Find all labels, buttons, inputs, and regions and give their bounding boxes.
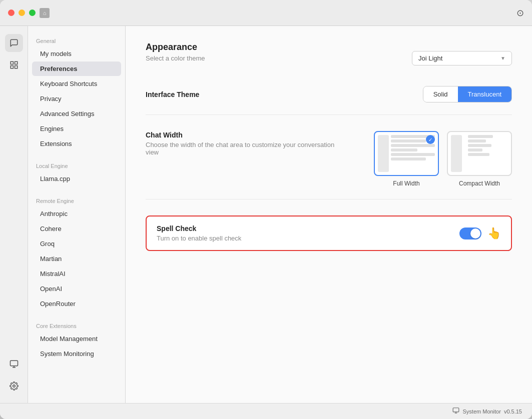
icon-bar — [0, 26, 28, 403]
appearance-section: Appearance Select a color theme Joi Ligh… — [146, 42, 512, 74]
sidebar-item-openrouter[interactable]: OpenRouter — [32, 296, 121, 311]
chat-width-options: ✓ Full Width — [374, 131, 512, 187]
cursor-hand-icon: 👆 — [487, 227, 501, 240]
sidebar-item-openai[interactable]: OpenAI — [32, 282, 121, 296]
svg-rect-2 — [11, 66, 13, 68]
translucent-theme-button[interactable]: Translucent — [458, 86, 511, 102]
sidebar-item-anthropic[interactable]: Anthropic — [32, 206, 121, 221]
compact-preview-inner — [451, 135, 508, 172]
chat-width-info: Chat Width Choose the width of the chat … — [146, 131, 336, 166]
spell-check-toggle[interactable] — [459, 228, 481, 240]
icon-bar-bottom — [5, 355, 23, 395]
sidebar: General My models Preferences Keyboard S… — [28, 26, 126, 403]
compact-preview-content — [464, 135, 508, 172]
selected-check-icon: ✓ — [426, 135, 435, 144]
sidebar-item-martian[interactable]: Martian — [32, 252, 121, 266]
chevron-down-icon: ▼ — [500, 56, 505, 61]
sidebar-item-preferences[interactable]: Preferences — [32, 62, 121, 76]
compact-width-label: Compact Width — [459, 180, 500, 187]
local-engine-section-label: Local Engine — [28, 159, 125, 171]
theme-button-group: Solid Translucent — [423, 86, 512, 102]
chat-width-title: Chat Width — [146, 131, 336, 139]
monitor-nav-icon[interactable] — [5, 355, 23, 373]
svg-point-5 — [13, 385, 15, 388]
preview-line-5 — [391, 153, 435, 156]
chat-width-desc: Choose the width of the chat area to cus… — [146, 141, 336, 156]
titlebar-right-icon[interactable]: ⊙ — [516, 8, 524, 18]
sidebar-item-groq[interactable]: Groq — [32, 236, 121, 251]
compact-line-3 — [468, 144, 491, 147]
spell-check-section: Spell Check Turn on to enable spell chec… — [146, 216, 512, 251]
app-window: ⌂ ⊙ — [0, 0, 532, 419]
compact-line-5 — [468, 153, 489, 156]
svg-rect-0 — [11, 62, 13, 64]
full-width-option[interactable]: ✓ Full Width — [374, 131, 439, 187]
status-version: v0.5.15 — [504, 408, 522, 414]
spell-check-title: Spell Check — [157, 224, 241, 232]
full-width-label: Full Width — [393, 180, 419, 187]
status-bar: System Monitor v0.5.15 — [0, 403, 532, 419]
sidebar-item-llama-cpp[interactable]: Llama.cpp — [32, 172, 121, 186]
full-width-preview: ✓ — [374, 131, 439, 176]
compact-line-2 — [468, 140, 486, 142]
compact-line-1 — [468, 135, 493, 138]
solid-theme-button[interactable]: Solid — [423, 86, 458, 102]
sidebar-item-model-management[interactable]: Model Management — [32, 332, 121, 346]
svg-rect-4 — [10, 360, 18, 366]
main-content: Appearance Select a color theme Joi Ligh… — [126, 26, 532, 403]
status-monitor-label: System Monitor — [462, 408, 500, 414]
interface-theme-row: Interface Theme Solid Translucent — [146, 86, 512, 115]
spell-check-controls: 👆 — [459, 227, 501, 240]
remote-engine-section-label: Remote Engine — [28, 194, 125, 206]
preview-line-4 — [391, 148, 417, 152]
sidebar-item-system-monitoring[interactable]: System Monitoring — [32, 346, 121, 361]
preview-sidebar — [378, 135, 389, 172]
sidebar-item-my-models[interactable]: My models — [32, 46, 121, 61]
compact-width-preview — [447, 131, 512, 176]
spell-check-info: Spell Check Turn on to enable spell chec… — [157, 224, 241, 242]
preview-line-2 — [391, 140, 426, 142]
preview-line-6 — [391, 158, 426, 160]
theme-dropdown[interactable]: Joi Light ▼ — [412, 51, 512, 66]
monitor-status-icon — [452, 407, 459, 416]
svg-rect-3 — [15, 66, 17, 68]
appearance-header: Appearance Select a color theme — [146, 42, 205, 74]
titlebar: ⌂ ⊙ — [0, 0, 532, 26]
compact-preview-sidebar — [451, 135, 462, 172]
sidebar-item-engines[interactable]: Engines — [32, 122, 121, 136]
chat-nav-icon[interactable] — [5, 34, 23, 52]
app-icon: ⌂ — [40, 8, 50, 18]
interface-theme-label: Interface Theme — [146, 90, 199, 98]
traffic-lights — [8, 10, 36, 16]
svg-rect-1 — [15, 62, 17, 64]
compact-width-option[interactable]: Compact Width — [447, 131, 512, 187]
sidebar-item-advanced-settings[interactable]: Advanced Settings — [32, 106, 121, 121]
sidebar-item-mistralai[interactable]: MistralAI — [32, 266, 121, 281]
maximize-button[interactable] — [29, 10, 36, 16]
general-section-label: General — [28, 34, 125, 46]
settings-nav-icon[interactable] — [5, 377, 23, 395]
appearance-title: Appearance — [146, 42, 205, 52]
spell-check-desc: Turn on to enable spell check — [157, 234, 241, 242]
sidebar-item-cohere[interactable]: Cohere — [32, 222, 121, 236]
appearance-subtitle: Select a color theme — [146, 54, 205, 62]
sidebar-item-keyboard-shortcuts[interactable]: Keyboard Shortcuts — [32, 76, 121, 91]
grid-nav-icon[interactable] — [5, 56, 23, 74]
svg-rect-6 — [453, 408, 459, 412]
app-body: General My models Preferences Keyboard S… — [0, 26, 532, 403]
sidebar-item-extensions[interactable]: Extensions — [32, 136, 121, 151]
compact-line-4 — [468, 148, 482, 152]
minimize-button[interactable] — [19, 10, 25, 16]
theme-value: Joi Light — [418, 54, 442, 62]
close-button[interactable] — [8, 10, 15, 16]
sidebar-item-privacy[interactable]: Privacy — [32, 92, 121, 106]
core-extensions-section-label: Core Extensions — [28, 319, 125, 331]
chat-width-section: Chat Width Choose the width of the chat … — [146, 131, 512, 200]
preview-line-3 — [391, 144, 435, 147]
